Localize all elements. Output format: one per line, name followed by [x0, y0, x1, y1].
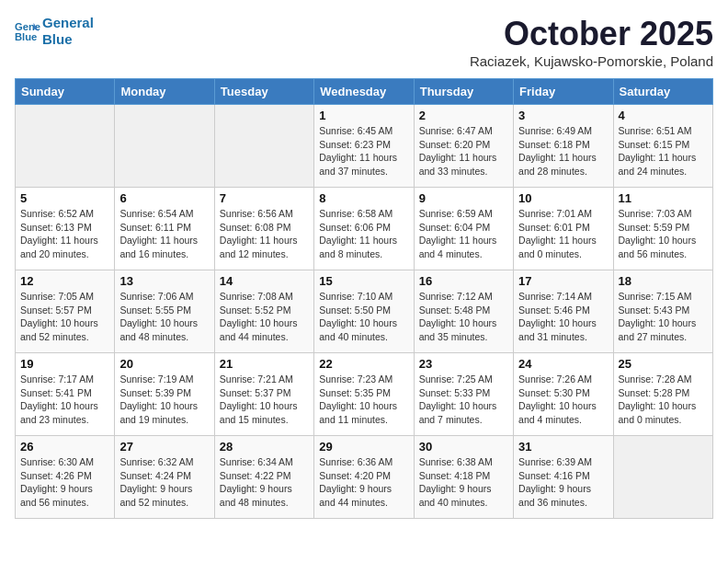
svg-text:Blue: Blue — [15, 31, 37, 42]
day-number: 10 — [518, 191, 608, 205]
day-number: 12 — [20, 274, 109, 288]
header-monday: Monday — [115, 79, 214, 105]
day-info: Sunrise: 6:51 AM Sunset: 6:15 PM Dayligh… — [619, 124, 708, 178]
day-info: Sunrise: 6:30 AM Sunset: 4:26 PM Dayligh… — [20, 455, 109, 510]
calendar-cell: 1Sunrise: 6:45 AM Sunset: 6:23 PM Daylig… — [314, 105, 414, 188]
day-number: 7 — [220, 191, 309, 205]
day-info: Sunrise: 6:54 AM Sunset: 6:11 PM Dayligh… — [119, 207, 209, 261]
header-thursday: Thursday — [414, 79, 513, 105]
day-info: Sunrise: 7:14 AM Sunset: 5:46 PM Dayligh… — [518, 290, 608, 344]
calendar-cell: 7Sunrise: 6:56 AM Sunset: 6:08 PM Daylig… — [214, 188, 313, 270]
day-info: Sunrise: 6:32 AM Sunset: 4:24 PM Dayligh… — [119, 455, 209, 510]
day-number: 18 — [619, 274, 708, 288]
day-info: Sunrise: 6:58 AM Sunset: 6:06 PM Dayligh… — [319, 207, 408, 261]
day-info: Sunrise: 7:26 AM Sunset: 5:30 PM Dayligh… — [518, 373, 608, 427]
calendar-cell: 25Sunrise: 7:28 AM Sunset: 5:28 PM Dayli… — [613, 353, 712, 436]
calendar-cell: 5Sunrise: 6:52 AM Sunset: 6:13 PM Daylig… — [16, 188, 115, 270]
calendar-cell: 18Sunrise: 7:15 AM Sunset: 5:43 PM Dayli… — [613, 270, 712, 353]
svg-text:General: General — [15, 21, 40, 32]
calendar-cell: 23Sunrise: 7:25 AM Sunset: 5:33 PM Dayli… — [414, 353, 513, 436]
week-row-2: 5Sunrise: 6:52 AM Sunset: 6:13 PM Daylig… — [16, 188, 713, 270]
day-info: Sunrise: 6:49 AM Sunset: 6:18 PM Dayligh… — [518, 124, 608, 178]
day-info: Sunrise: 6:36 AM Sunset: 4:20 PM Dayligh… — [319, 455, 408, 510]
calendar-cell: 26Sunrise: 6:30 AM Sunset: 4:26 PM Dayli… — [16, 436, 115, 519]
day-info: Sunrise: 6:59 AM Sunset: 6:04 PM Dayligh… — [419, 207, 508, 261]
day-number: 21 — [220, 357, 309, 371]
day-info: Sunrise: 6:45 AM Sunset: 6:23 PM Dayligh… — [319, 124, 408, 178]
header-wednesday: Wednesday — [314, 79, 414, 105]
calendar-cell: 8Sunrise: 6:58 AM Sunset: 6:06 PM Daylig… — [314, 188, 414, 270]
day-number: 6 — [119, 191, 209, 205]
day-number: 30 — [419, 440, 508, 454]
calendar-table: SundayMondayTuesdayWednesdayThursdayFrid… — [15, 78, 713, 519]
calendar-cell: 30Sunrise: 6:38 AM Sunset: 4:18 PM Dayli… — [414, 436, 513, 519]
day-info: Sunrise: 6:56 AM Sunset: 6:08 PM Dayligh… — [220, 207, 309, 261]
day-number: 3 — [518, 109, 608, 122]
day-number: 11 — [619, 191, 708, 205]
day-info: Sunrise: 7:21 AM Sunset: 5:37 PM Dayligh… — [220, 373, 309, 427]
day-info: Sunrise: 7:05 AM Sunset: 5:57 PM Dayligh… — [20, 290, 109, 344]
calendar-cell: 4Sunrise: 6:51 AM Sunset: 6:15 PM Daylig… — [613, 105, 712, 188]
calendar-cell — [115, 105, 214, 188]
day-number: 1 — [319, 109, 408, 122]
day-number: 23 — [419, 357, 508, 371]
day-number: 24 — [518, 357, 608, 371]
calendar-cell: 14Sunrise: 7:08 AM Sunset: 5:52 PM Dayli… — [214, 270, 313, 353]
day-number: 16 — [419, 274, 508, 288]
calendar-cell — [16, 105, 115, 188]
day-number: 2 — [419, 109, 508, 122]
day-number: 4 — [619, 109, 708, 122]
day-number: 13 — [119, 274, 209, 288]
calendar-cell: 29Sunrise: 6:36 AM Sunset: 4:20 PM Dayli… — [314, 436, 414, 519]
day-number: 27 — [119, 440, 209, 454]
day-info: Sunrise: 7:17 AM Sunset: 5:41 PM Dayligh… — [20, 373, 109, 427]
day-number: 14 — [220, 274, 309, 288]
day-number: 29 — [319, 440, 408, 454]
week-row-4: 19Sunrise: 7:17 AM Sunset: 5:41 PM Dayli… — [16, 353, 713, 436]
page-header: General Blue General Blue October 2025 R… — [15, 15, 713, 69]
day-number: 26 — [20, 440, 109, 454]
header-tuesday: Tuesday — [214, 79, 313, 105]
calendar-cell — [214, 105, 313, 188]
day-number: 19 — [20, 357, 109, 371]
calendar-body: 1Sunrise: 6:45 AM Sunset: 6:23 PM Daylig… — [16, 105, 713, 519]
calendar-cell: 12Sunrise: 7:05 AM Sunset: 5:57 PM Dayli… — [16, 270, 115, 353]
week-row-5: 26Sunrise: 6:30 AM Sunset: 4:26 PM Dayli… — [16, 436, 713, 519]
calendar-cell: 13Sunrise: 7:06 AM Sunset: 5:55 PM Dayli… — [115, 270, 214, 353]
title-block: October 2025 Raciazek, Kujawsko-Pomorski… — [470, 15, 713, 69]
day-number: 22 — [319, 357, 408, 371]
day-info: Sunrise: 6:38 AM Sunset: 4:18 PM Dayligh… — [419, 455, 508, 510]
calendar-cell: 11Sunrise: 7:03 AM Sunset: 5:59 PM Dayli… — [613, 188, 712, 270]
day-info: Sunrise: 7:23 AM Sunset: 5:35 PM Dayligh… — [319, 373, 408, 427]
day-number: 25 — [619, 357, 708, 371]
day-info: Sunrise: 6:34 AM Sunset: 4:22 PM Dayligh… — [220, 455, 309, 510]
header-saturday: Saturday — [613, 79, 712, 105]
calendar-cell: 19Sunrise: 7:17 AM Sunset: 5:41 PM Dayli… — [16, 353, 115, 436]
day-number: 17 — [518, 274, 608, 288]
day-info: Sunrise: 7:03 AM Sunset: 5:59 PM Dayligh… — [619, 207, 708, 261]
calendar-cell: 21Sunrise: 7:21 AM Sunset: 5:37 PM Dayli… — [214, 353, 313, 436]
day-info: Sunrise: 7:25 AM Sunset: 5:33 PM Dayligh… — [419, 373, 508, 427]
day-info: Sunrise: 7:10 AM Sunset: 5:50 PM Dayligh… — [319, 290, 408, 344]
day-number: 8 — [319, 191, 408, 205]
calendar-header-row: SundayMondayTuesdayWednesdayThursdayFrid… — [16, 79, 713, 105]
day-info: Sunrise: 7:15 AM Sunset: 5:43 PM Dayligh… — [619, 290, 708, 344]
day-info: Sunrise: 7:01 AM Sunset: 6:01 PM Dayligh… — [518, 207, 608, 261]
day-info: Sunrise: 7:08 AM Sunset: 5:52 PM Dayligh… — [220, 290, 309, 344]
day-number: 31 — [518, 440, 608, 454]
calendar-cell: 16Sunrise: 7:12 AM Sunset: 5:48 PM Dayli… — [414, 270, 513, 353]
day-info: Sunrise: 6:47 AM Sunset: 6:20 PM Dayligh… — [419, 124, 508, 178]
day-info: Sunrise: 7:12 AM Sunset: 5:48 PM Dayligh… — [419, 290, 508, 344]
calendar-cell: 15Sunrise: 7:10 AM Sunset: 5:50 PM Dayli… — [314, 270, 414, 353]
day-info: Sunrise: 6:52 AM Sunset: 6:13 PM Dayligh… — [20, 207, 109, 261]
week-row-1: 1Sunrise: 6:45 AM Sunset: 6:23 PM Daylig… — [16, 105, 713, 188]
calendar-cell: 17Sunrise: 7:14 AM Sunset: 5:46 PM Dayli… — [514, 270, 613, 353]
calendar-cell: 10Sunrise: 7:01 AM Sunset: 6:01 PM Dayli… — [514, 188, 613, 270]
calendar-cell: 22Sunrise: 7:23 AM Sunset: 5:35 PM Dayli… — [314, 353, 414, 436]
calendar-cell: 24Sunrise: 7:26 AM Sunset: 5:30 PM Dayli… — [514, 353, 613, 436]
logo: General Blue General Blue — [15, 15, 94, 48]
day-number: 20 — [119, 357, 209, 371]
location-subtitle: Raciazek, Kujawsko-Pomorskie, Poland — [470, 53, 713, 69]
day-number: 5 — [20, 191, 109, 205]
day-info: Sunrise: 6:39 AM Sunset: 4:16 PM Dayligh… — [518, 455, 608, 510]
